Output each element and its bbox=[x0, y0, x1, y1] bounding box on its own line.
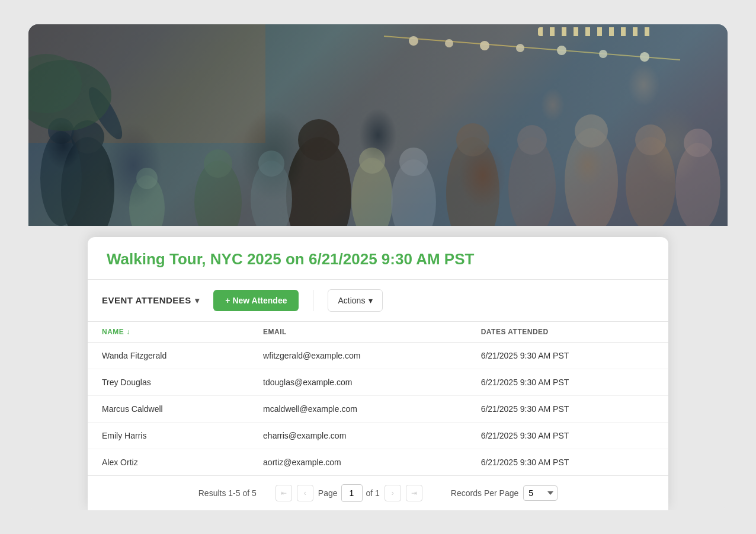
col-name-label: NAME bbox=[102, 328, 124, 336]
outer-container: Walking Tour, NYC 2025 on 6/21/2025 9:30… bbox=[28, 24, 728, 510]
total-pages-text: of 1 bbox=[366, 488, 380, 498]
cell-name: Trey Douglas bbox=[88, 369, 249, 395]
records-per-page-label: Records Per Page bbox=[451, 488, 518, 498]
table-row[interactable]: Emily Harris eharris@example.com 6/21/20… bbox=[88, 422, 668, 449]
svg-point-34 bbox=[635, 124, 666, 155]
col-header-dates[interactable]: DATES ATTENDED bbox=[467, 322, 668, 343]
svg-point-9 bbox=[640, 52, 649, 62]
event-card: Walking Tour, NYC 2025 on 6/21/2025 9:30… bbox=[88, 237, 668, 510]
cell-dates: 6/21/2025 9:30 AM PST bbox=[467, 422, 668, 449]
col-header-email[interactable]: EMAIL bbox=[249, 322, 467, 343]
records-per-page-select[interactable]: 5 10 25 50 100 bbox=[523, 485, 558, 501]
svg-point-3 bbox=[409, 36, 418, 46]
svg-point-24 bbox=[204, 149, 232, 178]
table-row[interactable]: Wanda Fitzgerald wfitzgerald@example.com… bbox=[88, 342, 668, 369]
cell-dates: 6/21/2025 9:30 AM PST bbox=[467, 449, 668, 475]
records-per-page: Records Per Page 5 10 25 50 100 bbox=[451, 485, 558, 501]
cell-email: mcaldwell@example.com bbox=[249, 395, 467, 422]
prev-page-button[interactable]: ‹ bbox=[297, 485, 313, 501]
svg-point-22 bbox=[575, 114, 608, 148]
cell-email: wfitzgerald@example.com bbox=[249, 342, 467, 369]
svg-point-18 bbox=[456, 123, 489, 156]
svg-point-6 bbox=[516, 44, 524, 52]
actions-chevron-icon: ▾ bbox=[369, 296, 373, 305]
hero-image bbox=[28, 24, 728, 226]
svg-point-20 bbox=[517, 125, 547, 155]
table-row[interactable]: Alex Ortiz aortiz@example.com 6/21/2025 … bbox=[88, 449, 668, 475]
table-row[interactable]: Marcus Caldwell mcaldwell@example.com 6/… bbox=[88, 395, 668, 422]
cell-email: aortiz@example.com bbox=[249, 449, 467, 475]
cell-dates: 6/21/2025 9:30 AM PST bbox=[467, 395, 668, 422]
svg-point-36 bbox=[684, 129, 712, 157]
page-input[interactable] bbox=[341, 484, 363, 502]
svg-point-8 bbox=[599, 50, 607, 58]
svg-point-26 bbox=[258, 151, 284, 177]
actions-button[interactable]: Actions ▾ bbox=[328, 289, 383, 312]
cell-email: eharris@example.com bbox=[249, 422, 467, 449]
table-row[interactable]: Trey Douglas tdouglas@example.com 6/21/2… bbox=[88, 369, 668, 395]
actions-label: Actions bbox=[338, 296, 365, 305]
section-title[interactable]: EVENT ATTENDEES ▾ bbox=[102, 295, 199, 305]
svg-point-16 bbox=[298, 119, 339, 161]
pagination-bar: Results 1-5 of 5 ⇤ ‹ Page of 1 › ⇥ Recor… bbox=[88, 475, 668, 510]
svg-point-30 bbox=[399, 148, 428, 176]
header-divider bbox=[313, 290, 313, 311]
attendees-table: NAME ↓ EMAIL DATES ATTENDED Wanda Fitzge… bbox=[88, 322, 668, 475]
new-attendee-button[interactable]: + New Attendee bbox=[213, 290, 299, 311]
event-title: Walking Tour, NYC 2025 on 6/21/2025 9:30… bbox=[88, 237, 668, 280]
cell-name: Wanda Fitzgerald bbox=[88, 342, 249, 369]
col-header-name[interactable]: NAME ↓ bbox=[88, 322, 249, 343]
cell-name: Marcus Caldwell bbox=[88, 395, 249, 422]
svg-point-32 bbox=[136, 168, 158, 189]
section-title-chevron-icon: ▾ bbox=[195, 296, 200, 305]
section-title-text: EVENT ATTENDEES bbox=[102, 295, 191, 305]
first-page-button[interactable]: ⇤ bbox=[276, 485, 292, 501]
table-header: EVENT ATTENDEES ▾ + New Attendee Actions… bbox=[88, 280, 668, 322]
cell-dates: 6/21/2025 9:30 AM PST bbox=[467, 342, 668, 369]
last-page-button[interactable]: ⇥ bbox=[406, 485, 422, 501]
next-page-button[interactable]: › bbox=[385, 485, 401, 501]
sort-arrow-icon: ↓ bbox=[126, 328, 130, 336]
svg-point-13 bbox=[40, 131, 82, 226]
svg-point-28 bbox=[359, 148, 385, 174]
svg-point-4 bbox=[445, 39, 453, 47]
page-of-text: Page of 1 bbox=[318, 484, 380, 502]
cell-name: Emily Harris bbox=[88, 422, 249, 449]
cell-email: tdouglas@example.com bbox=[249, 369, 467, 395]
page-label: Page bbox=[318, 488, 338, 498]
results-text: Results 1-5 of 5 bbox=[198, 488, 257, 498]
cell-name: Alex Ortiz bbox=[88, 449, 249, 475]
svg-point-7 bbox=[557, 46, 566, 55]
svg-point-5 bbox=[480, 41, 489, 50]
cell-dates: 6/21/2025 9:30 AM PST bbox=[467, 369, 668, 395]
